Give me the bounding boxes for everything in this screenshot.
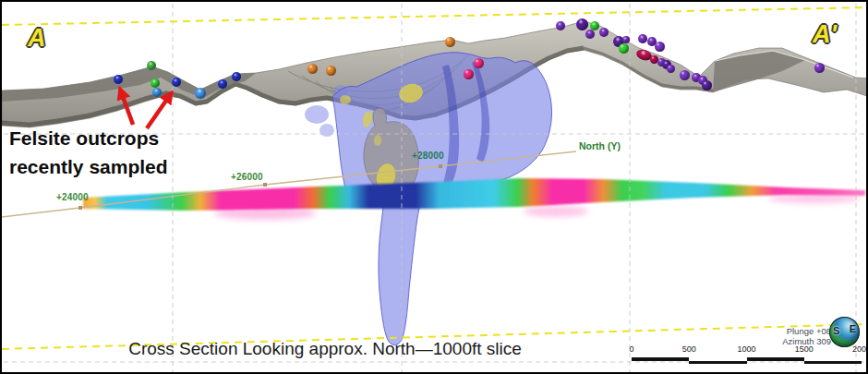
felsite-callout-line1: Felsite outcrops <box>9 124 168 152</box>
scale-bar-segment <box>804 361 862 365</box>
geophysics-slice[interactable] <box>83 178 865 220</box>
scene-3d[interactable] <box>2 2 868 374</box>
scale-bar-tick-label: 1000 <box>737 344 755 354</box>
scale-bar-tick-label: 2000 <box>852 344 868 354</box>
scale-bar-segment <box>747 357 804 361</box>
globe-south-letter: S <box>833 325 839 336</box>
scale-bar-segment <box>689 361 747 365</box>
3d-viewport-screenshot: A A' Felsite outcrops recently sampled C… <box>0 0 868 374</box>
orientation-globe-icon[interactable]: S E <box>829 317 860 347</box>
view-orientation: Plunge +08 Azimuth 309 <box>757 327 831 346</box>
axis-tick-label: +24000 <box>56 192 89 202</box>
north-axis-label: North (Y) <box>579 140 621 151</box>
section-caption: Cross Section Looking approx. North—1000… <box>103 339 547 359</box>
section-label-a-prime: A' <box>813 20 837 49</box>
felsite-callout: Felsite outcrops recently sampled <box>9 124 168 181</box>
felsite-callout-line2: recently sampled <box>9 152 168 181</box>
scale-bar-tick-label: 500 <box>682 344 696 354</box>
scale-bar-tick-label: 1500 <box>795 344 814 354</box>
scale-bar-segment <box>632 357 689 361</box>
plunge-value: Plunge +08 <box>757 327 831 337</box>
globe-east-letter: E <box>850 323 856 334</box>
section-label-a: A <box>28 24 46 53</box>
axis-tick-label: +28000 <box>412 151 444 161</box>
axis-tick-label: +26000 <box>231 172 263 182</box>
scale-bar-tick-label: 0 <box>629 344 633 354</box>
